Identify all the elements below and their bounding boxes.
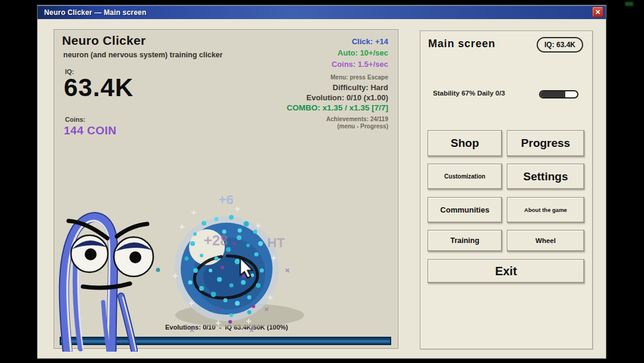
right-eyebrow [117,224,147,236]
window-title: Neuro Clicker — Main screen [38,8,146,17]
menu-title: Main screen [428,38,496,50]
stat-auto-rate: Auto: 10+/sec [338,48,388,57]
progress-button[interactable]: Progress [507,130,584,156]
floating-particle [156,268,160,272]
iq-value: 63.4K [64,73,134,102]
mouth [83,284,130,288]
stat-achievements-hint: (menu - Progress) [337,123,388,130]
coins-label: Coins: [65,116,85,123]
stability-progress-bar [539,90,578,99]
stat-achievements: Achievements: 24/119 [326,116,388,122]
wheel-button[interactable]: Wheel [507,230,584,251]
close-button[interactable]: ✕ [592,7,603,17]
app-window: Neuro Clicker — Main screen ✕ Neuro Clic… [37,5,606,359]
stat-difficulty: Difficulty: Hard [333,83,388,92]
menu-panel: Main screen IQ: 63.4K Stability 67% Dail… [420,30,593,349]
about-the-game-button[interactable]: About the game [507,197,584,223]
iq-badge: IQ: 63.4K [537,37,583,53]
game-panel: Neuro Clicker neuron (and nervous system… [54,29,398,349]
stat-menu-hint: Menu: press Escape [330,74,388,81]
settings-button[interactable]: Settings [507,164,584,189]
game-title: Neuro Clicker [62,33,145,48]
game-subtitle: neuron (and nervous system) training cli… [63,51,222,59]
screen-background: Neuro Clicker — Main screen ✕ Neuro Clic… [0,0,644,363]
neuron-character [52,211,165,352]
communities-button[interactable]: Communities [428,197,502,223]
exit-button[interactable]: Exit [428,259,584,283]
left-pupil [85,248,97,260]
fading-click-popup: +28 [204,232,228,248]
fading-text: HT [267,235,285,250]
shop-button[interactable]: Shop [428,130,502,156]
neuron-cell-area: +28 HT +6 [159,186,326,339]
recording-watermark [625,2,633,6]
stat-evolution: Evolution: 0/10 (x1.00) [306,93,388,102]
stability-progress-fill [540,91,565,97]
stability-label: Stability 67% Daily 0/3 [433,90,505,97]
window-titlebar[interactable]: Neuro Clicker — Main screen ✕ [38,5,606,19]
right-pupil [129,251,141,263]
training-button[interactable]: Training [428,230,502,251]
click-popup: +6 [218,192,233,207]
coins-value: 144 COIN [64,124,116,137]
stat-click-power: Click: +14 [352,37,388,46]
stat-coins-rate: Coins: 1.5+/sec [332,60,388,69]
customization-button[interactable]: Customization [428,164,502,189]
stat-combo: COMBO: x1.35 / x1.35 [7/7] [287,103,388,112]
